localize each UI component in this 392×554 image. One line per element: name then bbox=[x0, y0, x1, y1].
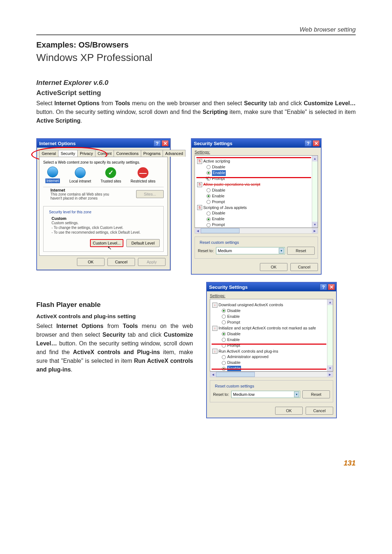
ss1-reset-combo[interactable]: Medium▾ bbox=[216, 247, 285, 254]
radio-java-disable[interactable] bbox=[207, 212, 211, 216]
radio-init-enable[interactable] bbox=[222, 338, 226, 342]
scroll-left-icon[interactable]: ◂ bbox=[195, 228, 201, 233]
paragraph-activex: Select Internet Options from Tools menu … bbox=[36, 322, 193, 374]
ss1-ok-button[interactable]: OK bbox=[260, 263, 287, 271]
paragraph-activescript: Select Internet Options from Tools menu … bbox=[36, 99, 356, 125]
tab-security[interactable]: Security bbox=[58, 150, 78, 157]
cursor-icon: ↖ bbox=[107, 245, 112, 251]
radio-java-prompt[interactable] bbox=[207, 223, 211, 227]
ss2-reset-legend: Reset custom settings bbox=[214, 384, 255, 388]
ss2-title: Security Settings bbox=[209, 284, 248, 290]
dialog-io-title: Internet Options bbox=[39, 141, 75, 146]
grp-allow-paste: Allow paste operations via script bbox=[203, 182, 260, 188]
help-icon[interactable]: ? bbox=[320, 284, 327, 290]
heading-examples: Examples: OS/Browsers bbox=[36, 40, 356, 50]
io-level: Custom bbox=[52, 216, 160, 221]
scroll-down-icon[interactable]: ▾ bbox=[327, 365, 333, 371]
io-l3: - To use the recommended settings, click… bbox=[52, 230, 160, 235]
sites-button[interactable]: Sites... bbox=[136, 190, 164, 198]
script-icon: S bbox=[197, 182, 202, 187]
ss2-settings-label: Settings: bbox=[210, 294, 333, 298]
scroll-left-icon[interactable]: ◂ bbox=[210, 372, 216, 377]
heading-ie: Internet Explorer v.6.0 bbox=[36, 79, 356, 87]
radio-init-disable[interactable] bbox=[222, 332, 226, 336]
scroll-down-icon[interactable]: ▾ bbox=[312, 222, 318, 227]
download-icon: ↓ bbox=[212, 303, 217, 308]
page-header-right: Web browser setting bbox=[36, 26, 356, 35]
chevron-down-icon: ▾ bbox=[279, 248, 284, 254]
radio-dl-prompt[interactable] bbox=[222, 320, 226, 324]
ss2-reset-combo[interactable]: Medium-low▾ bbox=[231, 391, 300, 398]
ss1-title: Security Settings bbox=[194, 141, 232, 146]
scroll-right-icon[interactable]: ▸ bbox=[312, 228, 318, 233]
heading-activex-sub: ActiveX controls and plug-ins setting bbox=[36, 313, 193, 320]
zone-trusted-sites[interactable]: ✓Trusted sites bbox=[101, 167, 121, 183]
ss1-settings-label: Settings: bbox=[195, 150, 318, 154]
io-l1: Custom settings. bbox=[52, 221, 160, 225]
heading-xp: Windows XP Professional bbox=[36, 52, 356, 63]
tab-content[interactable]: Content bbox=[95, 150, 114, 157]
ss2-reset-button[interactable]: Reset bbox=[302, 390, 330, 398]
radio-allow-disable[interactable] bbox=[207, 188, 211, 192]
tab-privacy[interactable]: Privacy bbox=[77, 150, 95, 157]
dialog-security-settings-scripting: Security Settings ? ✕ Settings: SActive … bbox=[191, 138, 322, 275]
annotation-run-activex-box bbox=[212, 344, 326, 370]
ss2-cancel-button[interactable]: Cancel bbox=[306, 407, 333, 415]
heading-flash: Flash Player enable bbox=[36, 301, 193, 309]
close-icon[interactable]: ✕ bbox=[313, 140, 320, 147]
tab-advanced[interactable]: Advanced bbox=[163, 150, 185, 157]
ss1-reset-to-label: Reset to: bbox=[198, 249, 214, 253]
dialog-internet-options: Internet Options ? ✕ General Security Pr… bbox=[36, 138, 171, 270]
ss1-reset-button[interactable]: Reset bbox=[287, 247, 315, 255]
grp-java-applets: Scripting of Java applets bbox=[203, 205, 247, 211]
chevron-down-icon: ▾ bbox=[294, 391, 299, 397]
scroll-up-icon[interactable]: ▴ bbox=[312, 156, 318, 161]
help-icon[interactable]: ? bbox=[154, 140, 161, 147]
grp-download-unsigned: Download unsigned ActiveX controls bbox=[219, 302, 283, 308]
scrollbar-vertical[interactable]: ▴ ▾ bbox=[327, 299, 333, 371]
zone-local-intranet[interactable]: Local intranet bbox=[69, 167, 91, 183]
close-icon[interactable]: ✕ bbox=[162, 140, 169, 147]
radio-allow-prompt[interactable] bbox=[207, 200, 211, 204]
heading-activescript: ActiveScript setting bbox=[36, 89, 356, 97]
ss1-cancel-button[interactable]: Cancel bbox=[290, 263, 318, 271]
ss2-ok-button[interactable]: OK bbox=[275, 407, 303, 415]
tab-programs[interactable]: Programs bbox=[141, 150, 163, 157]
ss2-reset-to-label: Reset to: bbox=[213, 392, 229, 397]
help-icon[interactable]: ? bbox=[305, 140, 312, 147]
radio-java-enable[interactable] bbox=[207, 217, 211, 221]
io-security-level-legend: Security level for this zone bbox=[48, 210, 93, 214]
io-ok-button[interactable]: OK bbox=[77, 258, 105, 266]
tab-connections[interactable]: Connections bbox=[114, 150, 141, 157]
dialog-security-settings-activex: Security Settings ? ✕ Settings: ↓Downloa… bbox=[206, 282, 337, 418]
scroll-up-icon[interactable]: ▴ bbox=[327, 299, 333, 305]
zone-restricted-sites[interactable]: —Restricted sites bbox=[131, 167, 155, 183]
radio-allow-enable[interactable] bbox=[207, 194, 211, 198]
zone-internet[interactable]: Internet bbox=[45, 167, 60, 183]
io-apply-button[interactable]: Apply bbox=[138, 258, 166, 266]
tab-general[interactable]: General bbox=[39, 150, 58, 157]
io-instruction: Select a Web content zone to specify its… bbox=[43, 160, 164, 164]
download-icon: ↓ bbox=[212, 326, 217, 331]
custom-level-button[interactable]: Custom Level... bbox=[90, 239, 123, 247]
grp-init-script: Initialize and script ActiveX controls n… bbox=[219, 325, 316, 331]
script-icon: S bbox=[197, 205, 202, 210]
scrollbar-horizontal[interactable]: ◂ ▸ bbox=[210, 372, 333, 377]
ss1-reset-legend: Reset custom settings bbox=[199, 240, 240, 245]
io-l2: - To change the settings, click Custom L… bbox=[52, 225, 160, 230]
scroll-right-icon[interactable]: ▸ bbox=[327, 372, 333, 377]
close-icon[interactable]: ✕ bbox=[328, 284, 335, 290]
io-cancel-button[interactable]: Cancel bbox=[107, 258, 135, 266]
page-number: 131 bbox=[36, 459, 356, 467]
radio-dl-disable[interactable] bbox=[222, 309, 226, 313]
default-level-button[interactable]: Default Level bbox=[126, 239, 160, 247]
radio-dl-enable[interactable] bbox=[222, 315, 226, 319]
annotation-enable-box bbox=[196, 157, 311, 178]
scrollbar-vertical[interactable]: ▴ ▾ bbox=[312, 156, 318, 227]
scrollbar-horizontal[interactable]: ◂ ▸ bbox=[195, 228, 318, 234]
